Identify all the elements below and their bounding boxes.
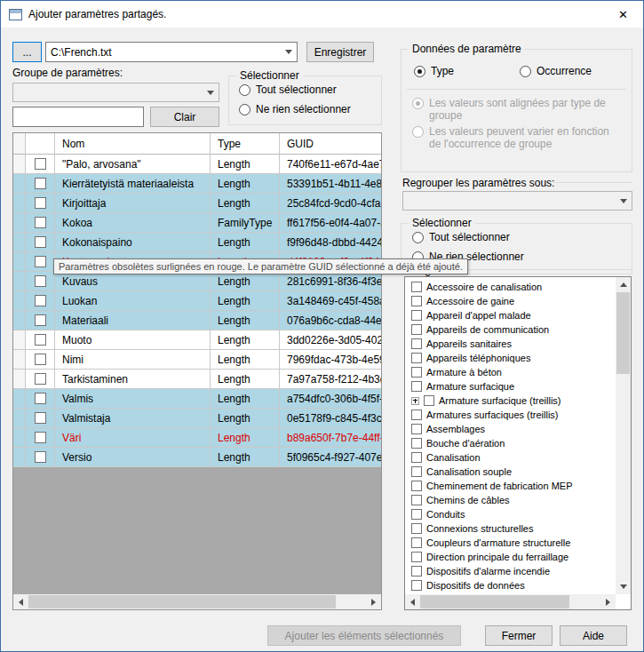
table-row[interactable]: Materiaali Length 076a9b6c-cda8-44e8- — [13, 311, 381, 330]
scroll-left-icon[interactable] — [405, 594, 420, 609]
row-checkbox[interactable] — [35, 256, 46, 267]
scroll-thumb[interactable] — [28, 595, 336, 608]
table-row[interactable]: Versio Length 5f0965c4-f927-407e- — [13, 448, 381, 467]
table-row[interactable]: Valmistaja Length 0e5178f9-c845-4f3c- — [13, 409, 381, 428]
category-item[interactable]: Cheminement de fabrication MEP — [405, 479, 616, 493]
category-item[interactable]: Armature surfacique — [405, 379, 616, 394]
table-row[interactable]: Kierrätetyistä materiaaleista Length 533… — [13, 174, 381, 194]
parameter-group-combo[interactable] — [12, 83, 219, 102]
category-checkbox[interactable] — [411, 452, 422, 463]
scroll-left-icon[interactable] — [13, 594, 28, 609]
category-item[interactable]: Dispositifs d'alarme incendie — [405, 564, 616, 578]
file-path-combo[interactable]: C:\French.txt — [45, 42, 298, 62]
category-item[interactable]: Direction principale du ferraillage — [405, 550, 616, 564]
category-item[interactable]: Appareils sanitaires — [405, 337, 616, 351]
category-item[interactable]: Appareils téléphoniques — [405, 351, 616, 365]
scroll-down-icon[interactable] — [616, 579, 631, 594]
row-checkbox[interactable] — [35, 197, 46, 209]
row-checkbox[interactable] — [35, 334, 46, 346]
category-item[interactable]: Conduits — [405, 507, 616, 521]
category-checkbox[interactable] — [411, 466, 422, 477]
category-checkbox[interactable] — [411, 310, 422, 321]
row-checkbox[interactable] — [35, 275, 46, 287]
row-checkbox[interactable] — [35, 236, 46, 248]
table-row[interactable]: Kuvaus Length 281c6991-8f36-4f3e- — [13, 272, 381, 291]
row-checkbox[interactable] — [35, 158, 46, 170]
select-all-radio-right[interactable]: Tout sélectionner — [412, 231, 510, 243]
table-row[interactable]: Kokonaispaino Length f9f96d48-dbbd-4424- — [13, 233, 381, 252]
category-checkbox[interactable] — [411, 509, 422, 520]
chevron-down-icon[interactable] — [203, 83, 219, 101]
type-radio[interactable]: Type — [414, 65, 454, 77]
table-row[interactable]: "Palo, arvosana" Length 740f6e11-e67d-4a… — [13, 155, 381, 174]
category-checkbox[interactable] — [411, 367, 422, 378]
save-button[interactable]: Enregistrer — [306, 42, 374, 62]
tree-vertical-scrollbar[interactable] — [616, 277, 631, 594]
table-row[interactable]: Tarkistaminen Length 7a97a758-f212-4b3d- — [13, 370, 381, 389]
row-checkbox[interactable] — [35, 393, 46, 404]
category-checkbox[interactable] — [411, 537, 422, 548]
row-checkbox[interactable] — [35, 178, 46, 189]
column-header-guid[interactable]: GUID — [280, 133, 381, 155]
plus-expander-icon[interactable] — [411, 397, 419, 405]
category-item[interactable]: Assemblages — [405, 422, 616, 436]
table-row[interactable]: Muoto Length 3dd0226e-3d05-402a- — [13, 330, 381, 350]
row-checkbox[interactable] — [35, 373, 46, 385]
occurrence-radio[interactable]: Occurrence — [520, 65, 592, 77]
group-under-combo[interactable] — [402, 191, 632, 211]
chevron-down-icon[interactable] — [281, 43, 297, 61]
select-none-radio-left[interactable]: Ne rien sélectionner — [239, 103, 351, 115]
category-checkbox[interactable] — [411, 353, 422, 363]
row-checkbox[interactable] — [35, 295, 46, 306]
category-item[interactable]: Dispositifs de données — [405, 578, 616, 592]
category-checkbox[interactable] — [411, 523, 422, 534]
category-checkbox[interactable] — [411, 495, 422, 505]
close-icon[interactable]: ✕ — [603, 1, 643, 28]
category-item[interactable]: Appareil d'appel malade — [405, 308, 616, 322]
row-checkbox[interactable] — [35, 217, 46, 228]
help-button[interactable]: Aide — [560, 625, 627, 646]
close-dialog-button[interactable]: Fermer — [485, 625, 553, 646]
scroll-thumb[interactable] — [420, 595, 569, 608]
category-checkbox[interactable] — [411, 324, 422, 335]
table-row[interactable]: Nimi Length 7969fdac-473b-4e59- — [13, 350, 381, 370]
table-row[interactable]: Valmis Length a754dfc0-306b-4f5f-b — [13, 389, 381, 409]
select-all-radio-left[interactable]: Tout sélectionner — [239, 83, 337, 96]
column-header-type[interactable]: Type — [211, 133, 280, 155]
category-checkbox[interactable] — [411, 296, 422, 306]
category-item[interactable]: Armature surfacique (treillis) — [405, 394, 616, 408]
category-item[interactable]: Armature à béton — [405, 365, 616, 379]
category-item[interactable]: Connexions structurelles — [405, 521, 616, 536]
filter-input[interactable] — [12, 107, 144, 127]
table-row[interactable]: Väri Length b89a650f-7b7e-44ff-8 — [13, 428, 381, 448]
category-checkbox[interactable] — [411, 580, 422, 591]
category-item[interactable]: Appareils de communication — [405, 322, 616, 337]
category-checkbox[interactable] — [411, 481, 422, 491]
row-checkbox[interactable] — [35, 451, 46, 463]
category-item[interactable]: Accessoire de canalisation — [405, 280, 616, 294]
scroll-up-icon[interactable] — [616, 277, 631, 292]
scroll-right-icon[interactable] — [366, 594, 381, 609]
category-item[interactable]: Coupleurs d'armature structurelle — [405, 536, 616, 550]
category-checkbox[interactable] — [411, 424, 422, 434]
browse-button[interactable]: ... — [12, 42, 42, 62]
table-row[interactable]: Kirjoittaja Length 25c84fcd-9cd0-4cfa- — [13, 194, 381, 213]
category-item[interactable]: Bouche d'aération — [405, 436, 616, 450]
row-checkbox[interactable] — [35, 354, 46, 365]
category-item[interactable]: Armatures surfaciques (treillis) — [405, 408, 616, 422]
category-item[interactable]: Canalisation — [405, 450, 616, 465]
scroll-thumb[interactable] — [616, 292, 630, 374]
category-checkbox[interactable] — [411, 438, 422, 449]
tree-horizontal-scrollbar[interactable] — [405, 594, 616, 609]
row-checkbox[interactable] — [35, 314, 46, 326]
row-checkbox[interactable] — [35, 432, 46, 443]
category-checkbox[interactable] — [411, 566, 422, 576]
chevron-down-icon[interactable] — [616, 192, 632, 210]
category-checkbox[interactable] — [411, 381, 422, 392]
category-checkbox[interactable] — [424, 395, 434, 406]
table-row[interactable]: Luokan Length 3a148469-c45f-458a- — [13, 291, 381, 311]
scroll-right-icon[interactable] — [600, 594, 616, 609]
clear-button[interactable]: Clair — [150, 107, 219, 127]
category-checkbox[interactable] — [411, 282, 422, 292]
category-checkbox[interactable] — [411, 338, 422, 349]
